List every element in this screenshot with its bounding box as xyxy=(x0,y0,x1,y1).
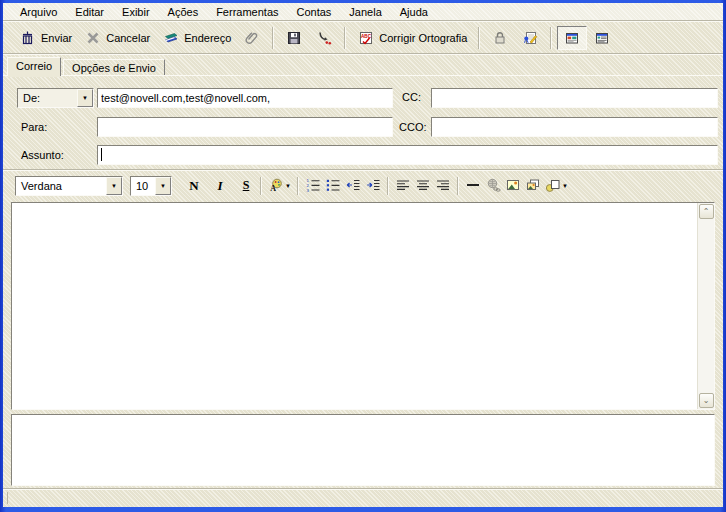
hyperlink-button[interactable] xyxy=(483,176,503,196)
vertical-scrollbar[interactable]: ⌃ ⌄ xyxy=(697,203,714,409)
scroll-up-button[interactable]: ⌃ xyxy=(699,204,714,219)
italic-button[interactable]: I xyxy=(210,176,230,196)
align-left-button[interactable] xyxy=(393,176,413,196)
insert-picture-button[interactable] xyxy=(523,176,543,196)
spellcheck-button[interactable]: ABC Corrigir Ortografia xyxy=(351,26,473,50)
bold-button[interactable]: N xyxy=(184,176,204,196)
plain-view-button[interactable] xyxy=(587,26,617,50)
bullet-list-icon xyxy=(325,177,341,195)
from-selector[interactable]: De: ▼ xyxy=(17,88,94,108)
route-button[interactable] xyxy=(309,26,339,50)
message-body-input[interactable] xyxy=(12,203,697,409)
menu-editar[interactable]: Editar xyxy=(66,5,113,19)
menu-bar: Arquivo Editar Exibir Ações Ferramentas … xyxy=(3,3,723,20)
toolbar-separator xyxy=(272,27,274,49)
font-size-select[interactable]: 10 ▼ xyxy=(130,176,172,196)
html-view-button[interactable] xyxy=(557,26,587,50)
insert-object-button[interactable]: ▼ xyxy=(543,176,570,196)
from-input[interactable] xyxy=(97,88,393,108)
spellcheck-abc-icon: ABC xyxy=(357,30,375,46)
outdent-button[interactable] xyxy=(343,176,363,196)
toolbar-separator xyxy=(344,27,346,49)
chevron-down-icon: ▼ xyxy=(285,183,291,189)
font-color-icon: A xyxy=(268,177,284,195)
address-book-icon xyxy=(162,30,180,46)
attachment-list[interactable] xyxy=(11,414,715,486)
insert-image-icon xyxy=(505,177,521,195)
chevron-down-icon: ▼ xyxy=(562,183,568,189)
send-button[interactable]: Enviar xyxy=(13,26,78,50)
address-button[interactable]: Endereço xyxy=(156,26,237,50)
horizontal-rule-button[interactable] xyxy=(463,176,483,196)
status-divider xyxy=(7,492,8,504)
indent-icon xyxy=(365,177,381,195)
save-button[interactable] xyxy=(279,26,309,50)
bcc-label: CCO: xyxy=(399,121,427,133)
html-view-icon xyxy=(563,30,581,46)
numbered-list-icon: 123 xyxy=(305,177,321,195)
save-icon xyxy=(285,30,303,46)
send-icon xyxy=(19,30,37,46)
chevron-down-icon[interactable]: ▼ xyxy=(155,177,171,195)
cc-input[interactable] xyxy=(431,88,718,108)
scroll-down-button[interactable]: ⌄ xyxy=(699,393,714,408)
menu-acoes[interactable]: Ações xyxy=(159,5,208,19)
align-center-icon xyxy=(415,177,431,195)
chevron-down-icon[interactable]: ▼ xyxy=(77,89,93,107)
cancel-x-icon xyxy=(84,30,102,46)
signature-button[interactable] xyxy=(515,26,545,50)
insert-image-button[interactable] xyxy=(503,176,523,196)
to-input[interactable] xyxy=(97,117,393,137)
toolbar-separator xyxy=(297,177,299,195)
menu-ferramentas[interactable]: Ferramentas xyxy=(207,5,287,19)
underline-button[interactable]: S xyxy=(236,176,256,196)
align-left-icon xyxy=(395,177,411,195)
tab-correio[interactable]: Correio xyxy=(7,57,61,76)
bullet-list-button[interactable] xyxy=(323,176,343,196)
menu-ajuda[interactable]: Ajuda xyxy=(391,5,437,19)
toolbar-separator xyxy=(260,177,262,195)
chevron-down-icon[interactable]: ▼ xyxy=(106,177,122,195)
font-family-select[interactable]: Verdana ▼ xyxy=(15,176,123,196)
route-icon xyxy=(315,30,333,46)
send-label: Enviar xyxy=(41,32,72,44)
align-right-button[interactable] xyxy=(433,176,453,196)
font-family-value: Verdana xyxy=(16,180,106,192)
menu-janela[interactable]: Janela xyxy=(340,5,390,19)
svg-text:ABC: ABC xyxy=(361,33,372,38)
subject-label: Assunto: xyxy=(21,149,64,161)
lock-button[interactable] xyxy=(485,26,515,50)
horizontal-rule-icon xyxy=(465,177,481,195)
attach-button[interactable] xyxy=(237,26,267,50)
align-right-icon xyxy=(435,177,451,195)
tab-opcoes-de-envio[interactable]: Opções de Envio xyxy=(63,59,165,76)
indent-button[interactable] xyxy=(363,176,383,196)
bcc-input[interactable] xyxy=(431,117,718,137)
numbered-list-button[interactable]: 123 xyxy=(303,176,323,196)
toolbar-separator xyxy=(550,27,552,49)
insert-object-icon xyxy=(545,177,561,195)
lock-icon xyxy=(491,30,509,46)
menu-arquivo[interactable]: Arquivo xyxy=(11,5,66,19)
toolbar-separator xyxy=(387,177,389,195)
from-label: De: xyxy=(18,92,77,104)
subject-input[interactable] xyxy=(97,145,718,165)
hyperlink-icon xyxy=(485,177,501,195)
toolbar-separator xyxy=(478,27,480,49)
spellcheck-label: Corrigir Ortografia xyxy=(379,32,467,44)
toolbar-separator xyxy=(457,177,459,195)
cancel-label: Cancelar xyxy=(106,32,150,44)
paperclip-icon xyxy=(243,30,261,46)
font-size-value: 10 xyxy=(131,180,155,192)
font-color-button[interactable]: A ▼ xyxy=(266,176,293,196)
to-label: Para: xyxy=(21,121,47,133)
cancel-button[interactable]: Cancelar xyxy=(78,26,156,50)
plain-view-icon xyxy=(593,30,611,46)
insert-picture-icon xyxy=(525,177,541,195)
svg-text:3: 3 xyxy=(307,187,310,192)
text-caret xyxy=(101,148,102,161)
menu-contas[interactable]: Contas xyxy=(288,5,341,19)
cc-label: CC: xyxy=(402,91,421,103)
menu-exibir[interactable]: Exibir xyxy=(113,5,159,19)
align-center-button[interactable] xyxy=(413,176,433,196)
